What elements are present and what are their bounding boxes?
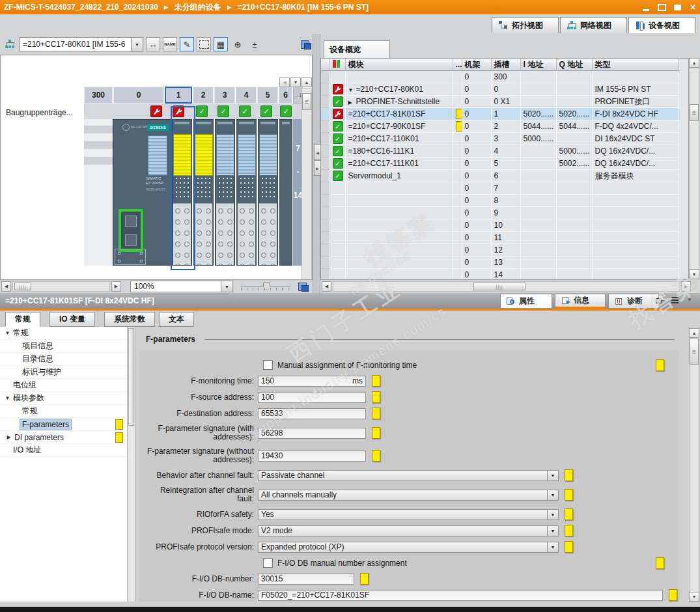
col-i-address[interactable]: I 地址 (520, 59, 556, 71)
form-vertical-scrollbar-handle[interactable] (690, 339, 699, 365)
tab-general[interactable]: 常规 (5, 312, 40, 327)
db-name-field[interactable]: F05020_=210+CC17-81K01SF (258, 590, 663, 601)
tree-item-io-addresses[interactable]: I/O 地址 (0, 444, 127, 457)
slot-header-5[interactable]: 5 (257, 87, 278, 104)
slot-header-4[interactable]: 4 (236, 87, 257, 104)
form-vertical-scrollbar[interactable] (689, 327, 699, 602)
table-row[interactable]: 012 (321, 244, 679, 257)
minimize-button[interactable] (641, 3, 651, 12)
table-row[interactable]: 07 (321, 182, 679, 195)
device-selector-dropdown[interactable]: =210+CC17-80K01 [IM 155-6 (20, 37, 143, 52)
overview-scroll-up-button[interactable]: ▲ (689, 58, 699, 68)
table-row[interactable]: 09 (321, 207, 679, 219)
f-source-address-field[interactable]: 100 (258, 392, 366, 403)
device-graphic-canvas[interactable]: Baugruppenträge... 300 0 1 2 3 4 5 6 ...… (0, 55, 313, 280)
chevron-down-icon[interactable]: ▼ (4, 330, 11, 336)
tab-diagnostics[interactable]: 诊断 (608, 294, 659, 309)
chevron-down-icon[interactable] (547, 510, 558, 520)
f-signature-with-field[interactable]: 56298 (258, 428, 366, 439)
module-slot1-fdi-graphic[interactable] (172, 119, 192, 266)
table-row[interactable]: 0300 (321, 71, 679, 83)
selection-mode-button[interactable] (197, 37, 211, 51)
canvas-page-left-button[interactable]: ◀ (279, 77, 290, 87)
module-slot3-di-graphic[interactable] (215, 119, 235, 266)
tab-network-view[interactable]: 网络视图 (560, 17, 627, 33)
overview-vertical-scrollbar[interactable] (689, 68, 699, 270)
breadcrumb-ungrouped-devices[interactable]: 未分组的设备 (175, 2, 221, 13)
tree-item-general-sub[interactable]: 常规 (0, 405, 127, 418)
tree-item-project-info[interactable]: 项目信息 (0, 340, 127, 353)
tab-properties[interactable]: 属性 (500, 294, 552, 309)
tree-item-identification-maintenance[interactable]: 标识与维护 (0, 366, 127, 379)
overview-scroll-down-button[interactable]: ▼ (689, 270, 699, 279)
slot-header-6[interactable]: 6 (279, 87, 292, 104)
tree-item-f-parameters[interactable]: F-parameters (0, 418, 127, 431)
slot-header-3[interactable]: 3 (214, 87, 235, 104)
chevron-down-icon[interactable] (131, 38, 143, 51)
slot-header-1[interactable]: 1 (165, 87, 192, 104)
chevron-down-icon[interactable]: ▼ (4, 395, 11, 401)
tab-topology-view[interactable]: 拓扑视图 (492, 17, 559, 33)
collapse-expander-icon[interactable]: ▼ (348, 87, 356, 93)
zoom-slider[interactable] (240, 281, 292, 292)
table-row[interactable]: 014 (321, 269, 679, 281)
table-row[interactable]: 010 (321, 219, 679, 232)
tab-info[interactable]: 信息 (555, 294, 606, 309)
measure-tool-button[interactable]: ↔ (146, 37, 160, 51)
tab-device-view[interactable]: 设备视图 (628, 17, 695, 33)
canvas-dropdown-button[interactable]: ▼ (290, 77, 301, 87)
chevron-down-icon[interactable] (547, 490, 558, 500)
table-row[interactable]: =210+CC17-111K01 05 5002......DQ 16x24VD… (321, 158, 679, 170)
chevron-down-icon[interactable] (547, 542, 558, 552)
slot-header-2[interactable]: 2 (193, 87, 214, 104)
manual-f-monitoring-checkbox[interactable] (263, 360, 273, 370)
zoom-options-button[interactable]: ± (247, 37, 262, 51)
slot-header-0[interactable]: 0 (113, 87, 164, 104)
chevron-right-icon[interactable]: ▶ (5, 434, 12, 440)
f-signature-without-field[interactable]: 19430 (258, 451, 366, 462)
module-slot5-dq-graphic[interactable] (258, 119, 278, 266)
chevron-down-icon[interactable] (547, 526, 558, 536)
show-table-button[interactable]: ▦ (214, 37, 228, 51)
col-type[interactable]: 类型 (592, 59, 679, 71)
tab-texts[interactable]: 文本 (159, 312, 194, 327)
table-row[interactable]: =210+CC17-110K01 03 5000......DI 16x24VD… (321, 133, 679, 145)
slot-header-300[interactable]: 300 (84, 87, 113, 104)
module-slot2-fdq-graphic[interactable] (193, 119, 214, 266)
canvas-horizontal-scrollbar-handle[interactable] (14, 283, 31, 290)
behavior-after-fault-select[interactable]: Passivate channel (258, 470, 559, 481)
breadcrumb-project[interactable]: ZF-MiCS-T-5424037_24822_210_20241030 (4, 3, 158, 12)
close-button[interactable]: × (688, 3, 697, 12)
tree-item-module-parameters[interactable]: ▼模块参数 (0, 392, 127, 405)
float-panel-icon[interactable] (656, 296, 665, 304)
db-manual-number-checkbox[interactable] (263, 558, 273, 568)
expand-expander-icon[interactable]: ▶ (348, 100, 356, 105)
col-rack[interactable]: 机架 (462, 59, 491, 71)
list-icon[interactable] (671, 296, 680, 304)
module-slot6-server-graphic[interactable] (279, 119, 292, 266)
f-destination-address-field[interactable]: 65533 (258, 408, 366, 419)
col-slot[interactable]: 插槽 (491, 59, 520, 71)
show-labels-button[interactable]: NAME (163, 37, 177, 51)
profisafe-protocol-select[interactable]: Expanded protocol (XP) (258, 542, 559, 553)
chevron-down-icon[interactable] (547, 471, 558, 480)
zoom-tool-button[interactable]: ⊕ (231, 37, 245, 51)
table-row[interactable]: Servermodul_1 06 服务器模块 (321, 170, 679, 182)
zoom-level-dropdown[interactable]: 100% (130, 281, 233, 292)
overview-horizontal-scrollbar-handle[interactable] (473, 283, 525, 290)
table-row[interactable]: =180+CC16-111K1 04 5000......DQ 16x24VDC… (321, 145, 679, 158)
f-monitoring-time-field[interactable]: 150ms (258, 376, 366, 387)
form-scroll-up-button[interactable]: ▲ (689, 328, 699, 338)
table-row[interactable]: ▼=210+CC17-80K01 00 IM 155-6 PN ST (321, 83, 679, 96)
db-number-field[interactable]: 30015 (258, 574, 354, 585)
tree-scrollbar[interactable] (128, 327, 135, 602)
tab-device-overview[interactable]: 设备概览 (324, 40, 390, 58)
tree-item-catalog-info[interactable]: 目录信息 (0, 353, 127, 366)
tab-io-tags[interactable]: IO 变量 (49, 312, 95, 327)
table-row[interactable]: ▶PROFINET-Schnittstelle 00 X1 PROFINET接口 (321, 96, 679, 108)
pull-out-view-button[interactable] (298, 37, 313, 51)
canvas-scroll-left-button[interactable]: ◀ (1, 281, 11, 292)
rioforfa-select[interactable]: Yes (258, 509, 559, 520)
module-status-column-icon[interactable] (329, 59, 345, 71)
overview-scroll-right-button[interactable]: ▶ (681, 281, 691, 292)
